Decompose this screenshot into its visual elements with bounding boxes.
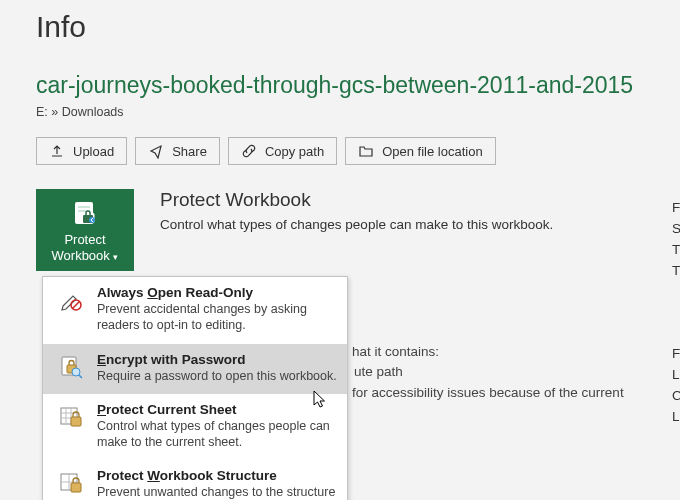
filename: car-journeys-booked-through-gcs-between-…	[36, 72, 644, 99]
menu-sheet-title: Protect Current Sheet	[97, 402, 337, 417]
menu-encrypt-sub: Require a password to open this workbook…	[97, 368, 337, 384]
lock-icon	[69, 196, 101, 228]
protect-workbook-menu: Always Open Read-Only Prevent accidental…	[42, 276, 348, 500]
upload-label: Upload	[73, 144, 114, 159]
protect-heading: Protect Workbook	[160, 189, 553, 211]
menu-readonly-sub: Prevent accidental changes by asking rea…	[97, 301, 337, 334]
share-button[interactable]: Share	[135, 137, 220, 165]
menu-protect-current-sheet[interactable]: Protect Current Sheet Control what types…	[43, 394, 347, 461]
menu-sheet-sub: Control what types of changes people can…	[97, 418, 337, 451]
svg-rect-11	[71, 417, 81, 426]
copy-path-button[interactable]: Copy path	[228, 137, 337, 165]
breadcrumb: E: » Downloads	[36, 105, 644, 119]
share-icon	[148, 143, 164, 159]
pencil-no-icon	[57, 285, 85, 334]
menu-readonly-title: Always Open Read-Only	[97, 285, 337, 300]
protect-button-line2: Workbook	[52, 248, 110, 263]
share-label: Share	[172, 144, 207, 159]
link-icon	[241, 143, 257, 159]
upload-icon	[49, 143, 65, 159]
protect-button-line1: Protect	[64, 232, 105, 247]
protect-workbook-button[interactable]: Protect Workbook ▾	[36, 189, 134, 271]
menu-protect-workbook-structure[interactable]: Protect Workbook Structure Prevent unwan…	[43, 460, 347, 500]
svg-rect-13	[71, 483, 81, 492]
sheet-lock-icon	[57, 402, 85, 451]
menu-encrypt-title: Encrypt with Password	[97, 352, 337, 367]
right-properties-fragment: F S T T F L C L	[672, 198, 680, 428]
grid-lock-icon	[57, 468, 85, 500]
svg-point-5	[89, 217, 95, 223]
open-location-button[interactable]: Open file location	[345, 137, 495, 165]
menu-structure-title: Protect Workbook Structure	[97, 468, 335, 483]
page-title: Info	[36, 10, 644, 44]
menu-structure-sub: Prevent unwanted changes to the structur…	[97, 484, 335, 500]
chevron-down-icon: ▾	[113, 252, 118, 262]
svg-point-9	[72, 368, 80, 376]
protect-description: Control what types of changes people can…	[160, 217, 553, 232]
open-location-label: Open file location	[382, 144, 482, 159]
folder-icon	[358, 143, 374, 159]
copy-path-label: Copy path	[265, 144, 324, 159]
upload-button[interactable]: Upload	[36, 137, 127, 165]
lock-search-icon	[57, 352, 85, 384]
menu-always-open-read-only[interactable]: Always Open Read-Only Prevent accidental…	[43, 277, 347, 344]
menu-encrypt-with-password[interactable]: Encrypt with Password Require a password…	[43, 344, 347, 394]
svg-rect-1	[78, 206, 90, 208]
action-bar: Upload Share Copy path	[36, 137, 644, 165]
